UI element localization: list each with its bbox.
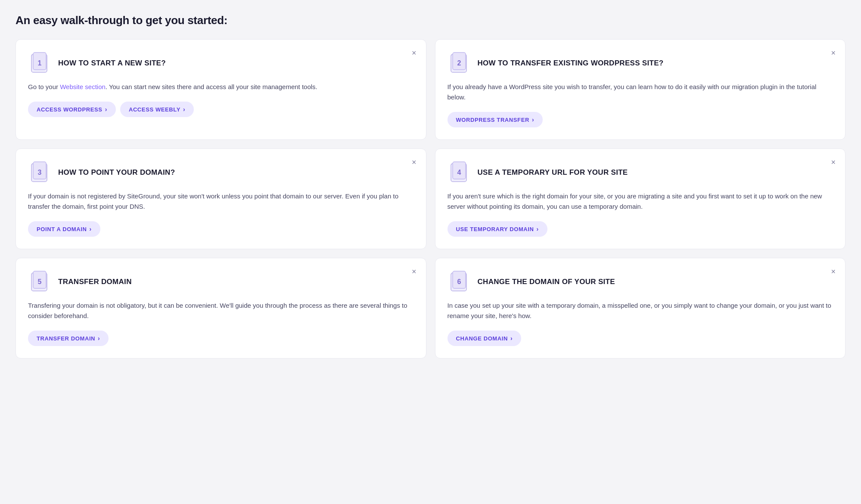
arrow-icon: › xyxy=(98,335,100,342)
card-6: × 6 CHANGE THE DOMAIN OF YOUR SITE In ca… xyxy=(435,258,846,359)
transfer-domain-label: TRANSFER DOMAIN xyxy=(37,335,95,342)
card-actions-3: POINT A DOMAIN › xyxy=(28,221,413,237)
cards-grid: × 1 HOW TO START A NEW SITE? Go to your … xyxy=(16,39,845,359)
arrow-icon: › xyxy=(183,106,185,113)
close-button-1[interactable]: × xyxy=(410,47,418,59)
svg-text:3: 3 xyxy=(38,169,42,176)
arrow-icon: › xyxy=(90,226,92,232)
close-icon: × xyxy=(831,49,836,57)
step-badge-5: 5 xyxy=(28,270,51,294)
card-title-6: CHANGE THE DOMAIN OF YOUR SITE xyxy=(478,278,615,286)
card-header-6: 6 CHANGE THE DOMAIN OF YOUR SITE xyxy=(448,270,833,294)
svg-text:6: 6 xyxy=(457,278,461,285)
arrow-icon: › xyxy=(105,106,107,113)
svg-text:2: 2 xyxy=(457,59,461,67)
card-actions-1: ACCESS WORDPRESS › ACCESS WEEBLY › xyxy=(28,102,413,117)
card-5: × 5 TRANSFER DOMAIN Transfering your dom… xyxy=(16,258,426,359)
page-title: An easy walk-through to get you started: xyxy=(16,14,845,27)
card-3: × 3 HOW TO POINT YOUR DOMAIN? If your do… xyxy=(16,148,426,249)
point-a-domain-label: POINT A DOMAIN xyxy=(37,226,87,232)
card-header-2: 2 HOW TO TRANSFER EXISTING WORDPRESS SIT… xyxy=(448,52,833,75)
transfer-domain-button[interactable]: TRANSFER DOMAIN › xyxy=(28,331,109,346)
card-body-6: In case you set up your site with a temp… xyxy=(448,300,833,321)
change-domain-button[interactable]: CHANGE DOMAIN › xyxy=(448,331,522,346)
close-icon: × xyxy=(412,158,417,166)
card-actions-5: TRANSFER DOMAIN › xyxy=(28,331,413,346)
card-header-3: 3 HOW TO POINT YOUR DOMAIN? xyxy=(28,161,413,184)
card-title-1: HOW TO START A NEW SITE? xyxy=(58,59,166,68)
close-button-2[interactable]: × xyxy=(829,47,837,59)
close-icon: × xyxy=(412,268,417,275)
card-body-1: Go to your Website section. You can star… xyxy=(28,82,413,92)
close-button-5[interactable]: × xyxy=(410,266,418,277)
card-title-4: USE A TEMPORARY URL FOR YOUR SITE xyxy=(478,168,628,177)
card-actions-4: USE TEMPORARY DOMAIN › xyxy=(448,221,833,237)
card-body-2: If you already have a WordPress site you… xyxy=(448,82,833,102)
access-wordpress-label: ACCESS WORDPRESS xyxy=(37,106,103,113)
use-temporary-domain-button[interactable]: USE TEMPORARY DOMAIN › xyxy=(448,221,547,237)
close-icon: × xyxy=(831,158,836,166)
point-a-domain-button[interactable]: POINT A DOMAIN › xyxy=(28,221,100,237)
access-weebly-button[interactable]: ACCESS WEEBLY › xyxy=(120,102,194,117)
svg-text:1: 1 xyxy=(38,59,42,67)
close-button-3[interactable]: × xyxy=(410,157,418,168)
card-body-4: If you aren't sure which is the right do… xyxy=(448,191,833,212)
card-2: × 2 HOW TO TRANSFER EXISTING WORDPRESS S… xyxy=(435,39,846,140)
step-badge-2: 2 xyxy=(448,52,471,75)
card-body-5: Transfering your domain is not obligator… xyxy=(28,300,413,321)
step-badge-6: 6 xyxy=(448,270,471,294)
access-weebly-label: ACCESS WEEBLY xyxy=(129,106,180,113)
svg-text:5: 5 xyxy=(38,278,42,285)
card-actions-2: WORDPRESS TRANSFER › xyxy=(448,112,833,127)
card-header-1: 1 HOW TO START A NEW SITE? xyxy=(28,52,413,75)
access-wordpress-button[interactable]: ACCESS WORDPRESS › xyxy=(28,102,116,117)
wordpress-transfer-button[interactable]: WORDPRESS TRANSFER › xyxy=(448,112,543,127)
close-button-6[interactable]: × xyxy=(829,266,837,277)
close-button-4[interactable]: × xyxy=(829,157,837,168)
card-header-5: 5 TRANSFER DOMAIN xyxy=(28,270,413,294)
step-badge-1: 1 xyxy=(28,52,51,75)
arrow-icon: › xyxy=(532,116,534,123)
arrow-icon: › xyxy=(510,335,513,342)
change-domain-label: CHANGE DOMAIN xyxy=(456,335,508,342)
arrow-icon: › xyxy=(537,226,539,232)
step-badge-3: 3 xyxy=(28,161,51,184)
close-icon: × xyxy=(412,49,417,57)
wordpress-transfer-label: WORDPRESS TRANSFER xyxy=(456,117,529,123)
card-body-3: If your domain is not registered by Site… xyxy=(28,191,413,212)
website-section-link[interactable]: Website section xyxy=(60,83,106,90)
step-badge-4: 4 xyxy=(448,161,471,184)
card-actions-6: CHANGE DOMAIN › xyxy=(448,331,833,346)
card-title-2: HOW TO TRANSFER EXISTING WORDPRESS SITE? xyxy=(478,59,664,68)
card-4: × 4 USE A TEMPORARY URL FOR YOUR SITE If… xyxy=(435,148,846,249)
close-icon: × xyxy=(831,268,836,275)
card-header-4: 4 USE A TEMPORARY URL FOR YOUR SITE xyxy=(448,161,833,184)
use-temporary-domain-label: USE TEMPORARY DOMAIN xyxy=(456,226,534,232)
card-title-3: HOW TO POINT YOUR DOMAIN? xyxy=(58,168,175,177)
svg-text:4: 4 xyxy=(457,169,461,176)
card-title-5: TRANSFER DOMAIN xyxy=(58,278,132,286)
card-1: × 1 HOW TO START A NEW SITE? Go to your … xyxy=(16,39,426,140)
